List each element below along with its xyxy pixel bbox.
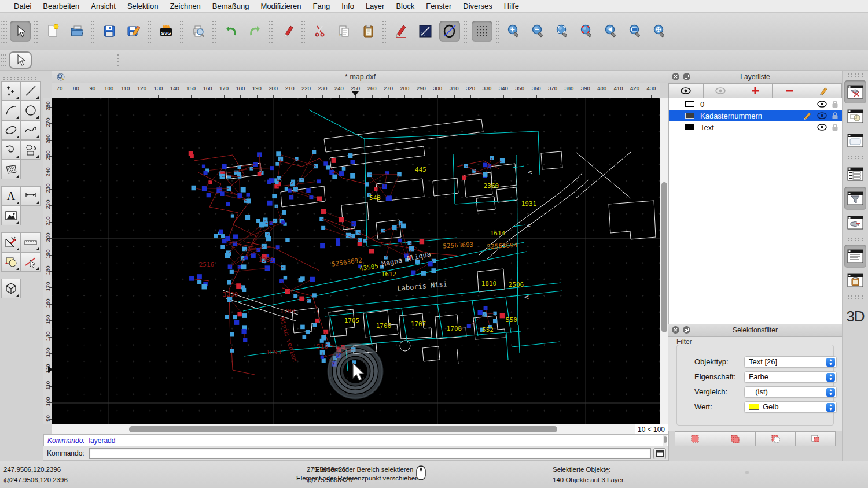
select-replace-button[interactable] [675, 431, 715, 446]
draw-ellipse-button[interactable] [439, 21, 460, 42]
grid-toggle-button[interactable] [472, 21, 492, 42]
filter-combo-wert[interactable]: Gelb▲▼ [744, 401, 837, 413]
close-icon[interactable] [672, 326, 679, 334]
menu-selektion[interactable]: Selektion [122, 2, 164, 10]
menu-info[interactable]: Info [336, 2, 360, 10]
zoom-previous-button[interactable] [601, 21, 622, 42]
eraser-button[interactable] [277, 21, 298, 42]
command-input[interactable] [89, 448, 651, 459]
horizontal-scrollbar-thumb[interactable] [129, 426, 557, 432]
menu-ansicht[interactable]: Ansicht [85, 2, 122, 10]
palette-drag-handle[interactable] [2, 76, 38, 80]
menu-datei[interactable]: Datei [8, 2, 37, 10]
menu-modifizieren[interactable]: Modifizieren [255, 2, 307, 10]
filter-combo-eigenschaft[interactable]: Farbe▲▼ [744, 371, 837, 383]
draw-line-button[interactable] [415, 21, 436, 42]
hide-all-eye-button[interactable] [704, 83, 738, 98]
line-tool-button[interactable] [21, 81, 41, 101]
command-history-toggle-button[interactable] [844, 245, 866, 268]
add-layer-button[interactable] [738, 83, 773, 98]
block-list-toggle-button[interactable] [844, 105, 866, 128]
undo-button[interactable] [220, 21, 241, 42]
menu-bemaßung[interactable]: Bemaßung [207, 2, 255, 10]
layer-visible-eye-icon[interactable] [817, 112, 827, 119]
toolbar-drag-handle[interactable] [1, 52, 6, 68]
print-preview-button[interactable] [188, 21, 209, 42]
solid-tool-button[interactable] [1, 279, 21, 298]
save-as-button[interactable] [123, 21, 144, 42]
pointer-tool-button[interactable] [9, 51, 32, 69]
vertical-scrollbar[interactable] [660, 98, 668, 424]
cad-tools-tool-button[interactable] [1, 232, 21, 252]
toolbar-drag-handle[interactable] [116, 52, 120, 68]
layer-row-text[interactable]: Text [669, 121, 842, 133]
menu-bearbeiten[interactable]: Bearbeiten [37, 2, 85, 10]
library-browser-toggle-button[interactable] [844, 129, 866, 152]
layer-list-toggle-button[interactable] [844, 80, 866, 103]
text-tool-button[interactable]: A [1, 186, 21, 206]
menu-hilfe[interactable]: Hilfe [498, 2, 525, 10]
detach-icon[interactable] [683, 326, 690, 334]
edit-pencil-button[interactable] [391, 21, 411, 42]
hatch-tool-button[interactable] [1, 160, 21, 179]
pointer-button[interactable] [10, 21, 31, 42]
redo-button[interactable] [245, 21, 266, 42]
layer-visible-eye-icon[interactable] [817, 101, 827, 108]
copy-button[interactable]: + [334, 21, 355, 42]
select-subtract-button[interactable] [756, 431, 796, 446]
command-dock-button[interactable] [653, 448, 666, 459]
filter-combo-objekttyp[interactable]: Text [26]▲▼ [744, 356, 837, 368]
layer-row-0[interactable]: 0 [669, 98, 842, 110]
drawing-canvas[interactable]: 4452360548193116141612435051810250617051… [52, 98, 660, 424]
selection-filter-toggle-button[interactable] [844, 187, 866, 210]
document-titlebar[interactable]: * map.dxf [52, 71, 668, 83]
toolbar-drag-handle[interactable] [1, 19, 7, 44]
select-add-button[interactable] [715, 431, 755, 446]
zoom-auto-button[interactable] [553, 21, 573, 42]
3d-workspace-label[interactable]: 3D [846, 308, 864, 326]
dimension-tool-button[interactable] [21, 186, 41, 206]
arc-tool-button[interactable] [1, 101, 21, 120]
history-scrollbar[interactable] [663, 435, 667, 446]
menu-layer[interactable]: Layer [360, 2, 391, 10]
layer-row-kadasternummern[interactable]: Kadasternummern [669, 110, 842, 121]
remove-layer-button[interactable] [773, 83, 807, 98]
detach-icon[interactable] [683, 73, 690, 80]
property-editor-toggle-button[interactable] [844, 162, 866, 186]
polyline-tool-button[interactable] [1, 140, 21, 160]
menu-block[interactable]: Block [390, 2, 420, 10]
vertical-scrollbar-thumb[interactable] [661, 182, 667, 332]
layer-lock-icon[interactable] [832, 123, 838, 131]
menu-zeichnen[interactable]: Zeichnen [164, 2, 206, 10]
layer-lock-icon[interactable] [832, 112, 838, 120]
cut-button[interactable]: + [310, 21, 330, 42]
zoom-selection-button[interactable] [577, 21, 598, 42]
spline-tool-button[interactable] [21, 120, 41, 140]
zoom-out-button[interactable] [528, 21, 549, 42]
points-tool-button[interactable] [1, 81, 21, 101]
pan-button[interactable] [650, 21, 671, 42]
edit-layer-button[interactable] [807, 83, 842, 98]
ellipse-tool-button[interactable] [1, 120, 21, 140]
filter-combo-vergleich[interactable]: = (ist)▲▼ [744, 386, 837, 398]
pen-settings-toggle-button[interactable] [844, 211, 866, 234]
layer-lock-icon[interactable] [832, 100, 838, 108]
select-line-tool-button[interactable] [21, 252, 41, 272]
layer-visible-eye-icon[interactable] [817, 124, 827, 131]
select-intersect-button[interactable] [796, 431, 836, 446]
menu-diverses[interactable]: Diverses [457, 2, 498, 10]
close-icon[interactable] [672, 73, 679, 80]
menu-fenster[interactable]: Fenster [420, 2, 457, 10]
dockbar-drag-handle[interactable] [847, 73, 864, 77]
save-button[interactable] [99, 21, 120, 42]
measure-tool-button[interactable] [21, 232, 41, 252]
zoom-in-button[interactable] [504, 21, 525, 42]
shapes-tool-button[interactable] [21, 140, 41, 160]
open-file-button[interactable] [67, 21, 87, 42]
circle-tool-button[interactable] [21, 101, 41, 120]
show-all-eye-button[interactable] [668, 83, 704, 98]
horizontal-scrollbar[interactable]: 10 < 100 [52, 424, 668, 434]
menu-fang[interactable]: Fang [307, 2, 336, 10]
image-tool-button[interactable] [1, 206, 21, 225]
zoom-window-button[interactable] [626, 21, 646, 42]
